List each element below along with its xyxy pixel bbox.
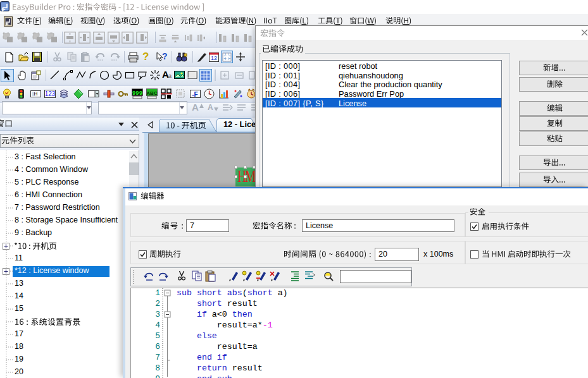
- svg-text:H: H: [34, 91, 38, 97]
- svg-text:12: 12: [211, 55, 217, 61]
- svg-text:ABC: ABC: [146, 90, 158, 96]
- svg-text:123: 123: [45, 90, 56, 97]
- svg-text:999: 999: [132, 90, 142, 97]
- svg-text:-F: -F: [192, 91, 197, 98]
